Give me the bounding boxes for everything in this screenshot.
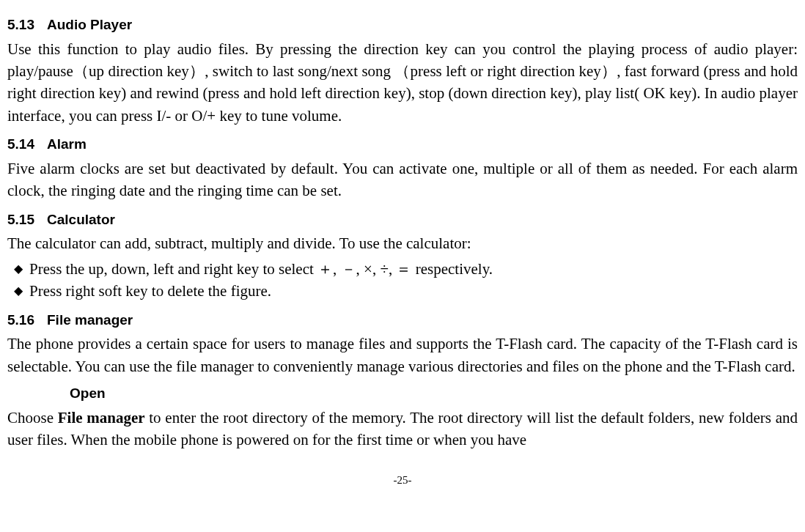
page-number: -25- (7, 473, 798, 489)
section-heading-5-15: 5.15 Calculator (7, 210, 798, 230)
list-item: ◆ Press the up, down, left and right key… (7, 258, 798, 280)
bullet-icon: ◆ (7, 280, 29, 302)
section-heading-5-16: 5.16 File manager (7, 310, 798, 330)
section-number: 5.13 (7, 15, 38, 35)
list-item-text: Press right soft key to delete the figur… (29, 280, 798, 302)
section-body: Five alarm clocks are set but deactivate… (7, 158, 798, 202)
section-title: File manager (47, 310, 133, 330)
section-body: The phone provides a certain space for u… (7, 333, 798, 377)
section-intro: The calculator can add, subtract, multip… (7, 232, 798, 254)
section-title: Audio Player (47, 15, 132, 35)
bullet-list: ◆ Press the up, down, left and right key… (7, 258, 798, 303)
list-item-text: Press the up, down, left and right key t… (29, 258, 798, 280)
section-heading-5-13: 5.13 Audio Player (7, 15, 798, 35)
subsection-heading-open: Open (70, 383, 798, 404)
body-bold: File manager (58, 409, 145, 426)
list-item: ◆ Press right soft key to delete the fig… (7, 280, 798, 302)
body-prefix: Choose (7, 409, 58, 426)
bullet-icon: ◆ (7, 258, 29, 280)
section-title: Alarm (47, 134, 87, 155)
section-number: 5.14 (7, 134, 38, 155)
subsection-body: Choose File manager to enter the root di… (7, 407, 798, 451)
section-number: 5.16 (7, 310, 38, 330)
section-heading-5-14: 5.14 Alarm (7, 134, 798, 155)
section-body: Use this function to play audio files. B… (7, 38, 798, 128)
section-title: Calculator (47, 210, 115, 230)
section-number: 5.15 (7, 210, 38, 230)
